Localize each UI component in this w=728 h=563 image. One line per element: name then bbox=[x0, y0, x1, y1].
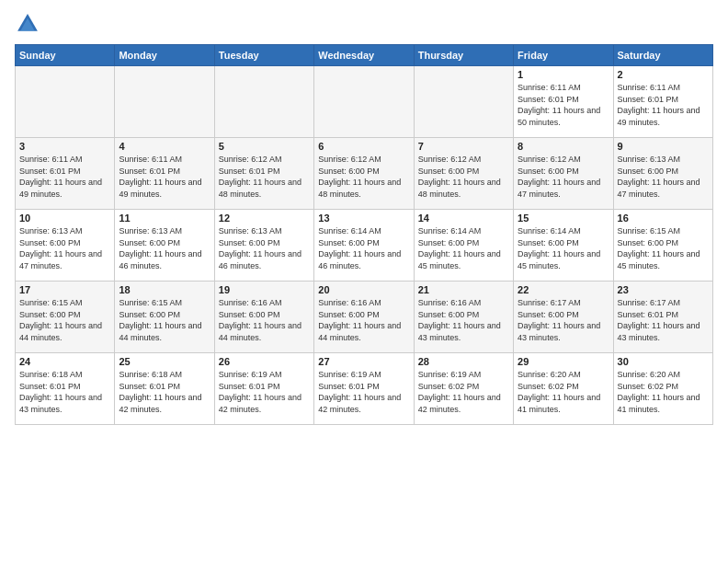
day-info: Sunrise: 6:13 AMSunset: 6:00 PMDaylight:… bbox=[19, 225, 110, 271]
day-number: 11 bbox=[119, 213, 210, 224]
day-number: 21 bbox=[418, 284, 509, 295]
logo-icon bbox=[15, 11, 40, 37]
calendar-cell bbox=[16, 66, 115, 138]
day-info: Sunrise: 6:11 AMSunset: 6:01 PMDaylight:… bbox=[119, 154, 210, 200]
calendar-cell: 20Sunrise: 6:16 AMSunset: 6:00 PMDayligh… bbox=[314, 282, 414, 353]
day-info: Sunrise: 6:19 AMSunset: 6:02 PMDaylight:… bbox=[418, 369, 509, 415]
day-info: Sunrise: 6:14 AMSunset: 6:00 PMDaylight:… bbox=[318, 225, 409, 271]
calendar-cell: 11Sunrise: 6:13 AMSunset: 6:00 PMDayligh… bbox=[115, 210, 214, 282]
day-info: Sunrise: 6:11 AMSunset: 6:01 PMDaylight:… bbox=[618, 82, 709, 128]
calendar-cell: 23Sunrise: 6:17 AMSunset: 6:01 PMDayligh… bbox=[613, 282, 712, 353]
day-number: 17 bbox=[19, 284, 110, 295]
weekday-header-wednesday: Wednesday bbox=[314, 45, 414, 66]
day-number: 24 bbox=[19, 356, 110, 367]
day-number: 13 bbox=[318, 213, 409, 224]
day-info: Sunrise: 6:13 AMSunset: 6:00 PMDaylight:… bbox=[119, 225, 210, 271]
page: SundayMondayTuesdayWednesdayThursdayFrid… bbox=[0, 0, 728, 563]
weekday-header-saturday: Saturday bbox=[613, 45, 712, 66]
weekday-header-sunday: Sunday bbox=[16, 45, 115, 66]
day-info: Sunrise: 6:15 AMSunset: 6:00 PMDaylight:… bbox=[119, 297, 210, 343]
day-number: 8 bbox=[518, 141, 609, 152]
weekday-header-row: SundayMondayTuesdayWednesdayThursdayFrid… bbox=[16, 45, 713, 66]
calendar-cell: 9Sunrise: 6:13 AMSunset: 6:00 PMDaylight… bbox=[613, 138, 712, 210]
day-info: Sunrise: 6:19 AMSunset: 6:01 PMDaylight:… bbox=[219, 369, 310, 415]
calendar-cell: 7Sunrise: 6:12 AMSunset: 6:00 PMDaylight… bbox=[414, 138, 513, 210]
day-number: 9 bbox=[618, 141, 709, 152]
day-info: Sunrise: 6:12 AMSunset: 6:01 PMDaylight:… bbox=[219, 154, 310, 200]
calendar-cell: 10Sunrise: 6:13 AMSunset: 6:00 PMDayligh… bbox=[16, 210, 115, 282]
calendar-cell: 13Sunrise: 6:14 AMSunset: 6:00 PMDayligh… bbox=[314, 210, 414, 282]
calendar-cell: 15Sunrise: 6:14 AMSunset: 6:00 PMDayligh… bbox=[514, 210, 613, 282]
day-info: Sunrise: 6:11 AMSunset: 6:01 PMDaylight:… bbox=[19, 154, 110, 200]
day-number: 14 bbox=[418, 213, 509, 224]
day-info: Sunrise: 6:15 AMSunset: 6:00 PMDaylight:… bbox=[618, 225, 709, 271]
calendar-cell bbox=[314, 66, 414, 138]
day-number: 23 bbox=[618, 284, 709, 295]
day-info: Sunrise: 6:12 AMSunset: 6:00 PMDaylight:… bbox=[318, 154, 409, 200]
day-info: Sunrise: 6:12 AMSunset: 6:00 PMDaylight:… bbox=[518, 154, 609, 200]
day-info: Sunrise: 6:11 AMSunset: 6:01 PMDaylight:… bbox=[518, 82, 609, 128]
header bbox=[15, 11, 713, 37]
day-info: Sunrise: 6:17 AMSunset: 6:00 PMDaylight:… bbox=[518, 297, 609, 343]
calendar-cell: 6Sunrise: 6:12 AMSunset: 6:00 PMDaylight… bbox=[314, 138, 414, 210]
week-row-4: 17Sunrise: 6:15 AMSunset: 6:00 PMDayligh… bbox=[16, 282, 713, 353]
day-number: 10 bbox=[19, 213, 110, 224]
weekday-header-friday: Friday bbox=[514, 45, 613, 66]
week-row-3: 10Sunrise: 6:13 AMSunset: 6:00 PMDayligh… bbox=[16, 210, 713, 282]
day-info: Sunrise: 6:18 AMSunset: 6:01 PMDaylight:… bbox=[119, 369, 210, 415]
day-number: 27 bbox=[318, 356, 409, 367]
day-number: 28 bbox=[418, 356, 509, 367]
day-number: 25 bbox=[119, 356, 210, 367]
calendar-cell: 25Sunrise: 6:18 AMSunset: 6:01 PMDayligh… bbox=[115, 353, 214, 425]
calendar-cell: 21Sunrise: 6:16 AMSunset: 6:00 PMDayligh… bbox=[414, 282, 513, 353]
day-number: 5 bbox=[219, 141, 310, 152]
calendar-cell: 27Sunrise: 6:19 AMSunset: 6:01 PMDayligh… bbox=[314, 353, 414, 425]
day-number: 4 bbox=[119, 141, 210, 152]
day-number: 15 bbox=[518, 213, 609, 224]
calendar-cell: 5Sunrise: 6:12 AMSunset: 6:01 PMDaylight… bbox=[214, 138, 313, 210]
day-info: Sunrise: 6:16 AMSunset: 6:00 PMDaylight:… bbox=[418, 297, 509, 343]
calendar-cell: 2Sunrise: 6:11 AMSunset: 6:01 PMDaylight… bbox=[613, 66, 712, 138]
day-info: Sunrise: 6:18 AMSunset: 6:01 PMDaylight:… bbox=[19, 369, 110, 415]
day-number: 3 bbox=[19, 141, 110, 152]
day-number: 26 bbox=[219, 356, 310, 367]
calendar-cell: 19Sunrise: 6:16 AMSunset: 6:00 PMDayligh… bbox=[214, 282, 313, 353]
day-info: Sunrise: 6:19 AMSunset: 6:01 PMDaylight:… bbox=[318, 369, 409, 415]
day-info: Sunrise: 6:16 AMSunset: 6:00 PMDaylight:… bbox=[219, 297, 310, 343]
weekday-header-monday: Monday bbox=[115, 45, 214, 66]
calendar-cell: 29Sunrise: 6:20 AMSunset: 6:02 PMDayligh… bbox=[514, 353, 613, 425]
calendar-cell: 28Sunrise: 6:19 AMSunset: 6:02 PMDayligh… bbox=[414, 353, 513, 425]
calendar-cell: 17Sunrise: 6:15 AMSunset: 6:00 PMDayligh… bbox=[16, 282, 115, 353]
calendar-cell: 30Sunrise: 6:20 AMSunset: 6:02 PMDayligh… bbox=[613, 353, 712, 425]
day-info: Sunrise: 6:16 AMSunset: 6:00 PMDaylight:… bbox=[318, 297, 409, 343]
day-number: 29 bbox=[518, 356, 609, 367]
day-number: 12 bbox=[219, 213, 310, 224]
day-info: Sunrise: 6:14 AMSunset: 6:00 PMDaylight:… bbox=[418, 225, 509, 271]
week-row-1: 1Sunrise: 6:11 AMSunset: 6:01 PMDaylight… bbox=[16, 66, 713, 138]
calendar-cell: 22Sunrise: 6:17 AMSunset: 6:00 PMDayligh… bbox=[514, 282, 613, 353]
day-info: Sunrise: 6:17 AMSunset: 6:01 PMDaylight:… bbox=[618, 297, 709, 343]
day-number: 18 bbox=[119, 284, 210, 295]
calendar-cell bbox=[214, 66, 313, 138]
day-number: 20 bbox=[318, 284, 409, 295]
weekday-header-tuesday: Tuesday bbox=[214, 45, 313, 66]
day-number: 7 bbox=[418, 141, 509, 152]
weekday-header-thursday: Thursday bbox=[414, 45, 513, 66]
calendar-cell: 1Sunrise: 6:11 AMSunset: 6:01 PMDaylight… bbox=[514, 66, 613, 138]
day-number: 2 bbox=[618, 69, 709, 80]
day-info: Sunrise: 6:14 AMSunset: 6:00 PMDaylight:… bbox=[518, 225, 609, 271]
day-info: Sunrise: 6:20 AMSunset: 6:02 PMDaylight:… bbox=[518, 369, 609, 415]
week-row-5: 24Sunrise: 6:18 AMSunset: 6:01 PMDayligh… bbox=[16, 353, 713, 425]
logo bbox=[15, 11, 44, 37]
calendar-cell: 8Sunrise: 6:12 AMSunset: 6:00 PMDaylight… bbox=[514, 138, 613, 210]
calendar-cell bbox=[414, 66, 513, 138]
day-number: 6 bbox=[318, 141, 409, 152]
day-info: Sunrise: 6:15 AMSunset: 6:00 PMDaylight:… bbox=[19, 297, 110, 343]
calendar-cell: 3Sunrise: 6:11 AMSunset: 6:01 PMDaylight… bbox=[16, 138, 115, 210]
calendar-cell: 14Sunrise: 6:14 AMSunset: 6:00 PMDayligh… bbox=[414, 210, 513, 282]
day-number: 22 bbox=[518, 284, 609, 295]
day-info: Sunrise: 6:20 AMSunset: 6:02 PMDaylight:… bbox=[618, 369, 709, 415]
day-number: 16 bbox=[618, 213, 709, 224]
day-info: Sunrise: 6:13 AMSunset: 6:00 PMDaylight:… bbox=[618, 154, 709, 200]
calendar-cell: 16Sunrise: 6:15 AMSunset: 6:00 PMDayligh… bbox=[613, 210, 712, 282]
